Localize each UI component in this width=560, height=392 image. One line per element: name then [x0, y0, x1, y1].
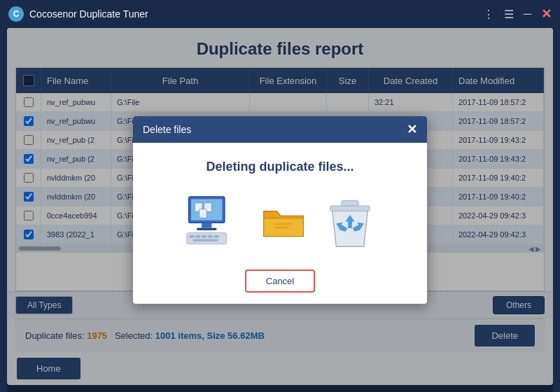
folder-icon [262, 201, 304, 243]
modal-header: Delete files ✕ [133, 116, 427, 143]
svg-rect-6 [195, 235, 200, 238]
app-title: Cocosenor Duplicate Tuner [29, 8, 148, 20]
svg-rect-4 [187, 233, 227, 244]
trash-icon [326, 194, 374, 250]
modal-body: Deleting duplicate files... [133, 143, 427, 304]
modal-message: Deleting duplicate files... [206, 160, 354, 174]
svg-rect-15 [274, 227, 289, 229]
minimize-icon[interactable]: ─ [524, 8, 531, 20]
modal-icons [186, 194, 374, 250]
close-icon[interactable]: ✕ [541, 6, 552, 22]
svg-rect-16 [330, 206, 370, 211]
modal-title-text: Delete files [143, 124, 191, 135]
svg-rect-14 [274, 223, 293, 225]
modal-overlay: Delete files ✕ Deleting duplicate files.… [7, 28, 553, 392]
svg-rect-13 [200, 209, 207, 218]
modal-close-button[interactable]: ✕ [407, 122, 417, 137]
svg-rect-9 [214, 235, 219, 238]
delete-dialog: Delete files ✕ Deleting duplicate files.… [133, 116, 427, 304]
title-bar: C Cocosenor Duplicate Tuner ⋮ ☰ ─ ✕ [0, 0, 560, 28]
svg-rect-3 [197, 227, 216, 230]
modal-cancel-row: Cancel [245, 270, 315, 293]
computer-icon [186, 194, 241, 250]
title-bar-left: C Cocosenor Duplicate Tuner [8, 6, 148, 22]
app-logo: C [8, 6, 24, 22]
svg-rect-2 [202, 223, 211, 227]
menu-icon[interactable]: ☰ [504, 8, 514, 21]
svg-rect-5 [189, 235, 194, 238]
svg-rect-17 [342, 200, 358, 206]
svg-rect-8 [208, 235, 213, 238]
share-icon[interactable]: ⋮ [483, 8, 494, 21]
cancel-button[interactable]: Cancel [245, 270, 315, 293]
svg-rect-10 [193, 239, 218, 241]
svg-rect-7 [202, 235, 206, 238]
title-bar-controls: ⋮ ☰ ─ ✕ [483, 6, 552, 22]
